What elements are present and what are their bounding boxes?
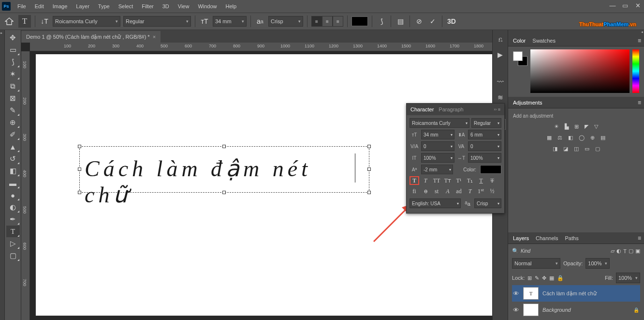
heal-tool[interactable]: ⊕ (6, 117, 20, 128)
brightness-icon[interactable]: ☀ (554, 123, 559, 130)
char-tracking[interactable]: 0 (468, 141, 501, 151)
invert-icon[interactable]: ◨ (553, 146, 557, 152)
exposure-icon[interactable]: ◤ (585, 123, 588, 130)
handle-ml[interactable] (78, 168, 81, 171)
posterize-icon[interactable]: ◪ (563, 146, 568, 152)
titling-alt-button[interactable]: T (465, 187, 475, 196)
channel-mixer-icon[interactable]: ⊕ (590, 135, 595, 141)
panel-menu-icon[interactable]: ≡ (638, 235, 641, 242)
blend-mode-dropdown[interactable]: Normal (512, 258, 560, 269)
pen-tool[interactable]: ✒ (6, 213, 20, 225)
font-size-dropdown[interactable]: 34 mm (213, 16, 247, 27)
char-font-weight[interactable]: Regular (471, 118, 501, 128)
character-panel[interactable]: Character Paragraph ›› ≡ Roicamonta Curl… (406, 103, 505, 213)
history-brush-tool[interactable]: ↺ (6, 153, 20, 165)
stylistic-alt-button[interactable]: ad (454, 187, 464, 196)
layer-item-background[interactable]: 👁 Background 🔒 (512, 302, 640, 318)
lookup-icon[interactable]: ▤ (600, 135, 605, 141)
text-bounding-box[interactable]: Cách làm đậm nét chữ (79, 146, 369, 193)
gradient-map-icon[interactable]: ▭ (585, 146, 589, 152)
handle-tr[interactable] (367, 145, 371, 148)
menu-window[interactable]: Window (194, 1, 220, 11)
threshold-icon[interactable]: ◫ (574, 146, 579, 152)
curves-icon[interactable]: ⊞ (574, 123, 579, 130)
char-leading[interactable]: 6 mm (468, 130, 501, 139)
antialias-dropdown[interactable]: Crisp (268, 16, 303, 27)
strikethrough-button[interactable]: T (487, 176, 497, 185)
text-orientation-icon[interactable]: ↓T (39, 16, 50, 27)
eyedropper-tool[interactable]: ✎ (6, 105, 20, 116)
color-balance-icon[interactable]: ⚖ (557, 135, 562, 141)
gradient-tool[interactable]: ▬ (6, 177, 20, 189)
discretionary-lig-button[interactable]: st (432, 187, 441, 196)
color-picker[interactable] (530, 49, 629, 93)
layer-item-text[interactable]: 👁 T Cách làm đậm nét chữ (512, 285, 640, 302)
tab-paragraph[interactable]: Paragraph (439, 107, 463, 112)
filter-adjust-icon[interactable]: ◐ (616, 248, 621, 254)
char-baseline[interactable]: -2 mm (421, 165, 453, 174)
foreground-background-swatch[interactable] (513, 51, 527, 66)
menu-3d[interactable]: 3D (159, 1, 173, 11)
menu-view[interactable]: View (174, 1, 193, 11)
fill-dropdown[interactable]: 100% (616, 273, 640, 283)
play-icon[interactable]: ▶ (495, 49, 506, 60)
char-color-swatch[interactable] (480, 165, 501, 174)
char-vscale[interactable]: 100% (421, 153, 454, 163)
subscript-button[interactable]: T₁ (465, 176, 475, 185)
panel-collapse-icon[interactable]: ›› ≡ (494, 107, 500, 112)
tab-channels[interactable]: Channels (536, 235, 558, 241)
canvas-text[interactable]: Cách làm đậm nét chữ (80, 147, 369, 216)
blur-tool[interactable]: ● (6, 189, 20, 201)
tab-color[interactable]: Color (513, 38, 526, 44)
fractions-button[interactable]: ½ (487, 187, 497, 196)
lock-all-icon[interactable]: 🔒 (557, 275, 564, 281)
home-icon[interactable] (3, 15, 15, 28)
tab-character[interactable]: Character (410, 107, 434, 112)
stamp-tool[interactable]: ▲ (6, 141, 20, 152)
left-collapse-strip[interactable] (0, 30, 5, 320)
filter-smart-icon[interactable]: ▣ (635, 248, 640, 254)
vibrance-icon[interactable]: ▽ (594, 123, 598, 130)
opacity-dropdown[interactable]: 100% (585, 258, 610, 269)
char-font-family[interactable]: Roicamonta Curly (410, 118, 469, 128)
visibility-icon[interactable]: 👁 (513, 290, 519, 297)
faux-italic-button[interactable]: T (421, 176, 430, 185)
font-weight-dropdown[interactable]: Regular (123, 16, 191, 27)
all-caps-button[interactable]: TT (432, 176, 441, 185)
layer-name[interactable]: Background (542, 307, 571, 313)
levels-icon[interactable]: ▙ (565, 123, 569, 130)
type-tool[interactable]: T (6, 226, 20, 237)
handle-br[interactable] (367, 191, 371, 194)
char-language[interactable]: English: USA (410, 198, 461, 208)
handle-bm[interactable] (222, 191, 226, 194)
ligatures-button[interactable]: fi (410, 187, 419, 196)
menu-file[interactable]: File (14, 1, 30, 11)
superscript-button[interactable]: T¹ (454, 176, 464, 185)
hue-sat-icon[interactable]: ▦ (547, 135, 552, 141)
selective-color-icon[interactable]: ▢ (595, 146, 600, 152)
handle-tm[interactable] (222, 145, 226, 148)
align-center-button[interactable]: ≡ (322, 16, 333, 27)
menu-select[interactable]: Select (115, 1, 137, 11)
lock-paint-icon[interactable]: ✎ (535, 275, 539, 281)
lock-trans-icon[interactable]: ⊞ (527, 275, 532, 281)
3d-button[interactable]: 3D (446, 16, 457, 27)
swash-button[interactable]: A (443, 187, 453, 196)
bw-icon[interactable]: ◧ (568, 135, 573, 141)
menu-image[interactable]: Image (49, 1, 72, 11)
brush-settings-icon[interactable]: ≋ (495, 92, 506, 103)
marquee-tool[interactable]: ▭ (6, 44, 20, 56)
align-left-button[interactable]: ≡ (311, 16, 322, 27)
menu-type[interactable]: Type (94, 1, 114, 11)
tab-swatches[interactable]: Swatches (532, 38, 556, 44)
history-icon[interactable]: ⎌ (495, 34, 506, 45)
minimize-icon[interactable]: — (609, 2, 616, 9)
handle-tl[interactable] (78, 145, 81, 148)
contextual-alt-button[interactable]: ɵ (421, 187, 430, 196)
char-font-size[interactable]: 34 mm (421, 130, 454, 139)
right-collapse-strip[interactable] (508, 30, 644, 35)
handle-bl[interactable] (78, 191, 81, 194)
small-caps-button[interactable]: Tᴛ (443, 176, 453, 185)
character-panel-icon[interactable]: ▤ (395, 16, 406, 27)
brush-tool[interactable]: ✐ (6, 129, 20, 140)
